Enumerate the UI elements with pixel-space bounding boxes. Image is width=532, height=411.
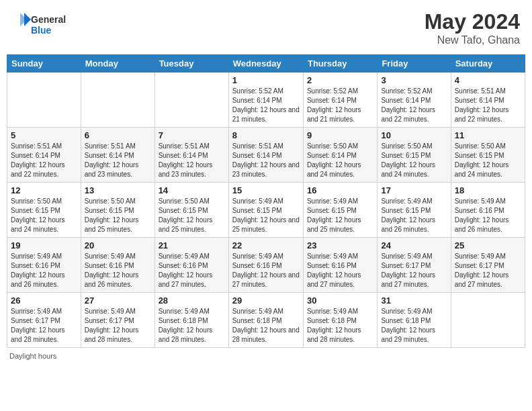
- day-info: Sunrise: 5:50 AMSunset: 6:15 PMDaylight:…: [455, 142, 521, 179]
- day-number: 28: [159, 295, 225, 306]
- calendar-cell: 30Sunrise: 5:49 AMSunset: 6:18 PMDayligh…: [303, 293, 377, 348]
- day-info: Sunrise: 5:50 AMSunset: 6:15 PMDaylight:…: [85, 197, 151, 234]
- day-info: Sunrise: 5:49 AMSunset: 6:16 PMDaylight:…: [159, 252, 225, 289]
- calendar-weekday-header: Saturday: [451, 55, 525, 73]
- day-info: Sunrise: 5:50 AMSunset: 6:14 PMDaylight:…: [307, 142, 373, 179]
- day-info: Sunrise: 5:49 AMSunset: 6:17 PMDaylight:…: [11, 307, 77, 345]
- day-info: Sunrise: 5:50 AMSunset: 6:15 PMDaylight:…: [159, 197, 225, 234]
- calendar-cell: 11Sunrise: 5:50 AMSunset: 6:15 PMDayligh…: [451, 128, 525, 183]
- day-info: Sunrise: 5:49 AMSunset: 6:15 PMDaylight:…: [232, 197, 300, 234]
- calendar-cell: 6Sunrise: 5:51 AMSunset: 6:14 PMDaylight…: [81, 128, 154, 183]
- day-number: 13: [85, 185, 151, 195]
- calendar-cell: 20Sunrise: 5:49 AMSunset: 6:16 PMDayligh…: [81, 238, 154, 293]
- day-info: Sunrise: 5:52 AMSunset: 6:14 PMDaylight:…: [307, 87, 373, 124]
- day-info: Sunrise: 5:49 AMSunset: 6:15 PMDaylight:…: [381, 197, 447, 234]
- calendar-cell: 8Sunrise: 5:51 AMSunset: 6:14 PMDaylight…: [228, 128, 303, 183]
- day-number: 7: [159, 130, 225, 140]
- day-number: 16: [307, 185, 373, 195]
- calendar-cell: [154, 73, 228, 128]
- calendar-cell: 5Sunrise: 5:51 AMSunset: 6:14 PMDaylight…: [7, 128, 81, 183]
- day-info: Sunrise: 5:49 AMSunset: 6:16 PMDaylight:…: [455, 197, 521, 234]
- location: New Tafo, Ghana: [425, 34, 520, 46]
- logo-svg: General Blue: [12, 9, 73, 40]
- calendar-cell: 7Sunrise: 5:51 AMSunset: 6:14 PMDaylight…: [154, 128, 228, 183]
- day-number: 19: [11, 240, 77, 250]
- day-number: 11: [455, 130, 521, 140]
- day-info: Sunrise: 5:49 AMSunset: 6:17 PMDaylight:…: [381, 252, 447, 289]
- day-info: Sunrise: 5:51 AMSunset: 6:14 PMDaylight:…: [11, 142, 77, 179]
- calendar-cell: 12Sunrise: 5:50 AMSunset: 6:15 PMDayligh…: [7, 183, 81, 238]
- day-number: 30: [307, 295, 373, 306]
- calendar-cell: 13Sunrise: 5:50 AMSunset: 6:15 PMDayligh…: [81, 183, 154, 238]
- day-info: Sunrise: 5:49 AMSunset: 6:18 PMDaylight:…: [381, 307, 447, 345]
- day-number: 14: [159, 185, 225, 195]
- day-info: Sunrise: 5:52 AMSunset: 6:14 PMDaylight:…: [232, 87, 300, 124]
- day-number: 22: [232, 240, 300, 250]
- day-number: 10: [381, 130, 447, 140]
- calendar-cell: 1Sunrise: 5:52 AMSunset: 6:14 PMDaylight…: [228, 73, 303, 128]
- day-number: 27: [85, 295, 151, 306]
- day-number: 24: [381, 240, 447, 250]
- svg-text:Blue: Blue: [31, 25, 52, 36]
- day-info: Sunrise: 5:49 AMSunset: 6:18 PMDaylight:…: [232, 307, 300, 345]
- day-number: 25: [455, 240, 521, 250]
- day-info: Sunrise: 5:49 AMSunset: 6:16 PMDaylight:…: [232, 252, 300, 289]
- month-year: May 2024: [425, 9, 520, 34]
- day-number: 1: [232, 75, 300, 85]
- calendar-cell: 4Sunrise: 5:51 AMSunset: 6:14 PMDaylight…: [451, 73, 525, 128]
- day-number: 8: [232, 130, 300, 140]
- calendar-cell: 26Sunrise: 5:49 AMSunset: 6:17 PMDayligh…: [7, 293, 81, 348]
- day-number: 17: [381, 185, 447, 195]
- day-info: Sunrise: 5:50 AMSunset: 6:15 PMDaylight:…: [11, 197, 77, 234]
- calendar-header-row: SundayMondayTuesdayWednesdayThursdayFrid…: [7, 55, 525, 73]
- logo: General Blue: [12, 9, 73, 40]
- day-number: 31: [381, 295, 447, 306]
- day-info: Sunrise: 5:49 AMSunset: 6:16 PMDaylight:…: [11, 252, 77, 289]
- day-number: 21: [159, 240, 225, 250]
- calendar-cell: 27Sunrise: 5:49 AMSunset: 6:17 PMDayligh…: [81, 293, 154, 348]
- calendar-cell: 28Sunrise: 5:49 AMSunset: 6:18 PMDayligh…: [154, 293, 228, 348]
- day-number: 23: [307, 240, 373, 250]
- calendar-week-row: 5Sunrise: 5:51 AMSunset: 6:14 PMDaylight…: [7, 128, 525, 183]
- calendar-cell: 17Sunrise: 5:49 AMSunset: 6:15 PMDayligh…: [378, 183, 451, 238]
- day-info: Sunrise: 5:51 AMSunset: 6:14 PMDaylight:…: [455, 87, 521, 124]
- calendar-cell: 19Sunrise: 5:49 AMSunset: 6:16 PMDayligh…: [7, 238, 81, 293]
- calendar-week-row: 12Sunrise: 5:50 AMSunset: 6:15 PMDayligh…: [7, 183, 525, 238]
- page-header: General Blue May 2024 New Tafo, Ghana: [7, 7, 525, 49]
- calendar-cell: 21Sunrise: 5:49 AMSunset: 6:16 PMDayligh…: [154, 238, 228, 293]
- calendar-cell: 22Sunrise: 5:49 AMSunset: 6:16 PMDayligh…: [228, 238, 303, 293]
- calendar-cell: 15Sunrise: 5:49 AMSunset: 6:15 PMDayligh…: [228, 183, 303, 238]
- day-info: Sunrise: 5:52 AMSunset: 6:14 PMDaylight:…: [381, 87, 447, 124]
- day-number: 26: [11, 295, 77, 306]
- day-info: Sunrise: 5:49 AMSunset: 6:16 PMDaylight:…: [307, 252, 373, 289]
- calendar-cell: 2Sunrise: 5:52 AMSunset: 6:14 PMDaylight…: [303, 73, 377, 128]
- calendar-cell: 3Sunrise: 5:52 AMSunset: 6:14 PMDaylight…: [378, 73, 451, 128]
- calendar-cell: 18Sunrise: 5:49 AMSunset: 6:16 PMDayligh…: [451, 183, 525, 238]
- calendar-cell: 23Sunrise: 5:49 AMSunset: 6:16 PMDayligh…: [303, 238, 377, 293]
- day-number: 3: [381, 75, 447, 85]
- calendar-cell: 16Sunrise: 5:49 AMSunset: 6:15 PMDayligh…: [303, 183, 377, 238]
- calendar-cell: 29Sunrise: 5:49 AMSunset: 6:18 PMDayligh…: [228, 293, 303, 348]
- calendar-cell: 24Sunrise: 5:49 AMSunset: 6:17 PMDayligh…: [378, 238, 451, 293]
- day-info: Sunrise: 5:49 AMSunset: 6:15 PMDaylight:…: [307, 197, 373, 234]
- calendar-cell: 10Sunrise: 5:50 AMSunset: 6:15 PMDayligh…: [378, 128, 451, 183]
- calendar-cell: 31Sunrise: 5:49 AMSunset: 6:18 PMDayligh…: [378, 293, 451, 348]
- calendar-cell: 25Sunrise: 5:49 AMSunset: 6:17 PMDayligh…: [451, 238, 525, 293]
- day-info: Sunrise: 5:51 AMSunset: 6:14 PMDaylight:…: [232, 142, 300, 179]
- day-number: 2: [307, 75, 373, 85]
- calendar-cell: 14Sunrise: 5:50 AMSunset: 6:15 PMDayligh…: [154, 183, 228, 238]
- day-number: 5: [11, 130, 77, 140]
- day-info: Sunrise: 5:49 AMSunset: 6:17 PMDaylight:…: [85, 307, 151, 345]
- day-info: Sunrise: 5:49 AMSunset: 6:18 PMDaylight:…: [307, 307, 373, 345]
- day-number: 20: [85, 240, 151, 250]
- day-info: Sunrise: 5:49 AMSunset: 6:16 PMDaylight:…: [85, 252, 151, 289]
- calendar-cell: [451, 293, 525, 348]
- day-info: Sunrise: 5:49 AMSunset: 6:18 PMDaylight:…: [159, 307, 225, 345]
- day-info: Sunrise: 5:51 AMSunset: 6:14 PMDaylight:…: [85, 142, 151, 179]
- day-info: Sunrise: 5:50 AMSunset: 6:15 PMDaylight:…: [381, 142, 447, 179]
- day-number: 18: [455, 185, 521, 195]
- calendar-week-row: 19Sunrise: 5:49 AMSunset: 6:16 PMDayligh…: [7, 238, 525, 293]
- calendar-weekday-header: Sunday: [7, 55, 81, 73]
- day-number: 4: [455, 75, 521, 85]
- calendar-weekday-header: Monday: [81, 55, 154, 73]
